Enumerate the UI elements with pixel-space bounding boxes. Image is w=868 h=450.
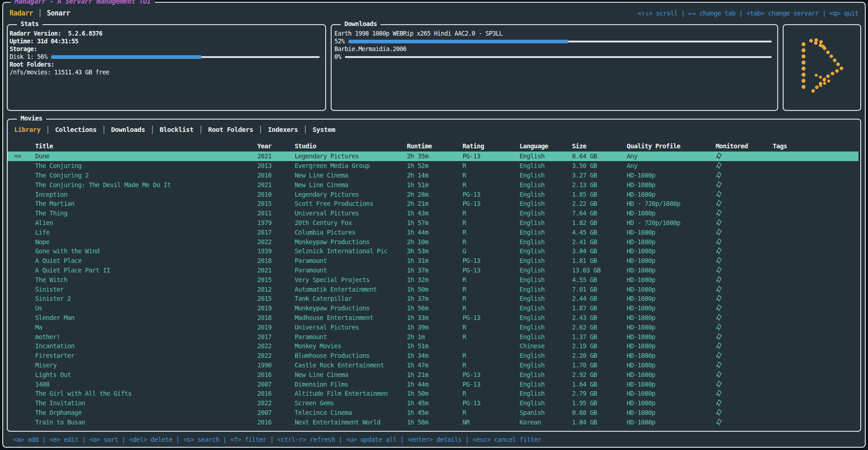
- movie-language: English: [520, 324, 572, 331]
- col-runtime: Runtime: [407, 142, 463, 150]
- movie-studio: Paramount: [295, 267, 407, 274]
- movie-rating: PG-13: [463, 314, 520, 321]
- table-row[interactable]: Train to Busan 2016 Next Entertainment W…: [8, 417, 858, 427]
- movie-studio: Castle Rock Entertainment: [295, 361, 407, 369]
- table-row[interactable]: Ma 2019 Universal Pictures 1h 39m R Engl…: [8, 322, 858, 332]
- table-row[interactable]: A Quiet Place Part II 2021 Paramount 1h …: [8, 266, 858, 275]
- movie-title: Lights Out: [35, 371, 257, 378]
- movie-rating: R: [463, 181, 520, 188]
- table-row[interactable]: Us 2019 Monkeypaw Productions 1h 56m R E…: [8, 303, 858, 313]
- movie-rating: R: [463, 304, 520, 312]
- table-row[interactable]: Incantation 2022 Monkey Movies 1h 51m Ch…: [8, 341, 858, 351]
- movie-studio: Next Entertainment World: [295, 419, 407, 426]
- table-row[interactable]: Lights Out 2016 New Line Cinema 1h 21m P…: [8, 370, 858, 379]
- monitored-tag-icon: [716, 419, 773, 426]
- root-folders-label: Root Folders:: [10, 61, 320, 68]
- movie-title: Alien: [35, 219, 257, 226]
- table-row[interactable]: => Dune 2021 Legendary Pictures 2h 35m P…: [8, 152, 858, 161]
- table-row[interactable]: Life 2017 Columbia Pictures 1h 44m R Eng…: [8, 227, 858, 237]
- table-row[interactable]: Gone with the Wind 1939 Selznick Interna…: [8, 246, 858, 256]
- downloads-panel-title: Downloads: [341, 20, 380, 27]
- movie-language: Chinese: [520, 342, 572, 350]
- table-row[interactable]: The Thing 2011 Universal Pictures 1h 43m…: [8, 209, 858, 218]
- servarr-tab-radarr[interactable]: Radarr: [10, 9, 33, 17]
- movie-language: English: [520, 371, 572, 378]
- table-row[interactable]: The Conjuring 2 2016 New Line Cinema 2h …: [8, 171, 858, 180]
- mtab-collections[interactable]: Collections: [55, 126, 97, 133]
- mtab-library[interactable]: Library: [14, 126, 41, 133]
- mtab-indexers[interactable]: Indexers: [268, 126, 298, 133]
- table-row[interactable]: The Witch 2015 Very Special Projects 1h …: [8, 275, 858, 284]
- movie-size: 3.84 GB: [572, 247, 627, 255]
- table-row[interactable]: Slender Man 2018 Madhouse Entertainment …: [8, 313, 858, 323]
- movie-language: English: [520, 295, 572, 302]
- movie-runtime: 1h 39m: [407, 324, 463, 331]
- monitored-tag-icon: [716, 314, 773, 321]
- movie-title: The Conjuring: [35, 162, 257, 169]
- movie-year: 2019: [257, 324, 295, 331]
- movie-quality-profile: HD-1080p: [627, 371, 716, 378]
- table-row[interactable]: 1408 2007 Dimension Films 1h 44m PG-13 E…: [8, 379, 858, 389]
- table-row[interactable]: The Invitation 2022 Screen Gems 1h 45m P…: [8, 398, 858, 408]
- movie-size: 3.50 GB: [572, 162, 627, 169]
- movie-year: 2007: [257, 409, 295, 416]
- table-row[interactable]: The Orphanage 2007 Telecinco Cinema 1h 4…: [8, 408, 858, 418]
- movie-language: English: [520, 209, 572, 217]
- movie-studio: Monkey Movies: [295, 342, 407, 350]
- app-window: Managarr - A Servarr management TUI Rada…: [2, 2, 866, 448]
- table-row[interactable]: Sinister 2012 Automatik Entertainment 1h…: [8, 284, 858, 294]
- table-row[interactable]: The Conjuring 2013 Evergreen Media Group…: [8, 161, 858, 171]
- movie-year: 2017: [257, 229, 295, 236]
- radarr-version: Radarr Version: 5.2.6.8376: [10, 30, 320, 37]
- table-row[interactable]: Sinister 2 2015 Tank Caterpillar 1h 37m …: [8, 294, 858, 303]
- mtab-blocklist[interactable]: Blocklist: [160, 126, 193, 133]
- col-rating: Rating: [463, 142, 520, 150]
- servarr-tab-sonarr[interactable]: Sonarr: [47, 9, 70, 17]
- table-row[interactable]: A Quiet Place 2018 Paramount 1h 31m PG-1…: [8, 256, 858, 266]
- movie-runtime: 3h 53m: [407, 247, 463, 255]
- table-row[interactable]: Nope 2022 Monkeypaw Productions 2h 10m R…: [8, 237, 858, 246]
- movie-language: English: [520, 191, 572, 198]
- table-row[interactable]: Alien 1979 20th Century Fox 1h 57m R Eng…: [8, 218, 858, 228]
- movie-runtime: 2h 35m: [407, 152, 463, 160]
- mtab-root-folders[interactable]: Root Folders: [208, 126, 253, 133]
- table-row[interactable]: The Martian 2015 Scott Free Productions …: [8, 199, 858, 209]
- movie-size: 4.55 GB: [572, 276, 627, 283]
- movie-studio: Legendary Pictures: [295, 152, 407, 160]
- monitored-tag-icon: [716, 247, 773, 255]
- movie-quality-profile: HD-1080p: [627, 209, 716, 217]
- movie-size: 2.22 GB: [572, 200, 627, 207]
- movie-year: 2022: [257, 238, 295, 246]
- movie-language: English: [520, 200, 572, 207]
- uptime: Uptime: 31d 04:31:55: [10, 37, 320, 45]
- mtab-system[interactable]: System: [312, 126, 335, 133]
- movie-runtime: 1h 50m: [407, 286, 463, 293]
- mtab-downloads[interactable]: Downloads: [111, 126, 145, 133]
- table-row[interactable]: Firestarter 2022 Blumhouse Productions 1…: [8, 351, 858, 361]
- movie-size: 3.27 GB: [572, 172, 627, 179]
- monitored-tag-icon: [716, 209, 773, 217]
- table-row[interactable]: The Conjuring: The Devil Made Me Do It 2…: [8, 180, 858, 189]
- table-row[interactable]: Misery 1990 Castle Rock Entertainment 1h…: [8, 361, 858, 370]
- table-row[interactable]: Inception 2010 Legendary Pictures 2h 28m…: [8, 189, 858, 199]
- movie-title: A Quiet Place: [35, 257, 257, 264]
- movie-language: English: [520, 257, 572, 264]
- table-row[interactable]: mother! 2017 Paramount 2h 1m R English 1…: [8, 332, 858, 341]
- movie-size: 2.19 GB: [572, 342, 627, 350]
- col-quality-profile: Quality Profile: [627, 142, 716, 150]
- movie-size: 8.64 GB: [572, 152, 627, 160]
- monitored-tag-icon: [716, 409, 773, 416]
- movie-runtime: 2h 14m: [407, 172, 463, 179]
- movie-size: 4.45 GB: [572, 229, 627, 236]
- movie-language: English: [520, 267, 572, 274]
- monitored-tag-icon: [716, 238, 773, 246]
- movie-rating: R: [463, 209, 520, 217]
- movie-size: 1.85 GB: [572, 191, 627, 198]
- movie-studio: Columbia Pictures: [295, 229, 407, 236]
- tab-separator: │: [199, 126, 203, 133]
- movie-quality-profile: HD-1080p: [627, 419, 716, 426]
- table-row[interactable]: The Girl with All the Gifts 2016 Altitud…: [8, 389, 858, 398]
- movie-year: 2016: [257, 390, 295, 397]
- monitored-tag-icon: [716, 333, 773, 340]
- movie-runtime: 2h 10m: [407, 238, 463, 246]
